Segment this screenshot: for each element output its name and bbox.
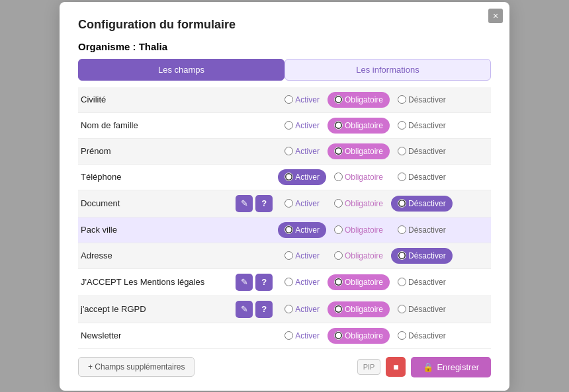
radio-group-cell: Activer Obligatoire Désactiver (275, 164, 491, 190)
radio-activer[interactable] (284, 173, 293, 181)
radio-activer[interactable] (284, 199, 293, 208)
table-row: Document ✎ ? Activer Obligatoire Désacti… (78, 190, 491, 217)
radio-desactiver[interactable] (398, 173, 406, 181)
radio-group: Activer Obligatoire Désactiver (278, 196, 488, 212)
radio-obligatoire-label[interactable]: Obligatoire (328, 118, 390, 134)
radio-obligatoire[interactable] (334, 305, 343, 313)
organism-label: Organisme : Thalia (78, 41, 491, 52)
radio-group-cell: Activer Obligatoire Désactiver (275, 323, 491, 348)
radio-obligatoire[interactable] (334, 251, 343, 260)
radio-desactiver-label[interactable]: Désactiver (391, 248, 453, 264)
radio-activer[interactable] (284, 278, 293, 286)
radio-desactiver[interactable] (398, 199, 406, 208)
edit-icon-button[interactable]: ✎ (236, 301, 253, 318)
radio-activer-label[interactable]: Activer (278, 169, 326, 185)
radio-desactiver-label[interactable]: Désactiver (391, 92, 453, 108)
field-icons: ✎ ? (233, 295, 275, 323)
radio-desactiver-label[interactable]: Désactiver (391, 222, 453, 238)
radio-desactiver-label[interactable]: Désactiver (391, 169, 453, 185)
radio-activer-label[interactable]: Activer (278, 92, 326, 108)
help-icon-button[interactable]: ? (255, 274, 273, 291)
radio-obligatoire[interactable] (334, 331, 343, 340)
radio-desactiver[interactable] (398, 305, 406, 313)
radio-obligatoire-label[interactable]: Obligatoire (328, 301, 390, 317)
field-icons (233, 217, 275, 243)
help-icon-button[interactable]: ? (255, 195, 273, 212)
radio-obligatoire[interactable] (334, 95, 343, 104)
add-fields-button[interactable]: + Champs supplémentaires (78, 357, 195, 377)
field-icons: ✎ ? (233, 190, 275, 217)
tab-champs[interactable]: Les champs (78, 59, 284, 81)
close-button[interactable]: × (488, 9, 503, 23)
field-icons (233, 323, 275, 348)
radio-desactiver[interactable] (398, 121, 406, 130)
edit-icon-button[interactable]: ✎ (236, 195, 253, 212)
modal-overlay: × Configuration du formulaire Organisme … (0, 0, 569, 392)
radio-activer[interactable] (284, 331, 293, 340)
save-button[interactable]: 🔒 Enregistrer (411, 357, 491, 377)
radio-desactiver-label[interactable]: Désactiver (391, 301, 453, 317)
radio-activer-label[interactable]: Activer (278, 301, 326, 317)
save-label: Enregistrer (437, 362, 479, 372)
radio-activer[interactable] (284, 251, 293, 260)
field-icons (233, 138, 275, 164)
radio-activer-label[interactable]: Activer (278, 274, 326, 290)
table-row: Adresse Activer Obligatoire Désactiver (78, 243, 491, 268)
radio-activer-label[interactable]: Activer (278, 222, 326, 238)
table-row: Nom de famille Activer Obligatoire Désac… (78, 112, 491, 138)
radio-activer-label[interactable]: Activer (278, 143, 326, 159)
radio-desactiver[interactable] (398, 95, 406, 104)
modal: × Configuration du formulaire Organisme … (60, 2, 509, 391)
edit-icon-button[interactable]: ✎ (236, 274, 253, 291)
table-row: Pack ville Activer Obligatoire Désactive… (78, 217, 491, 243)
radio-obligatoire-label[interactable]: Obligatoire (328, 143, 390, 159)
field-name: Pack ville (78, 217, 233, 243)
stop-icon: ■ (393, 362, 398, 372)
stop-button[interactable]: ■ (386, 357, 406, 377)
radio-desactiver[interactable] (398, 251, 406, 260)
radio-obligatoire[interactable] (334, 147, 343, 155)
table-row: Civilité Activer Obligatoire Désactiver (78, 87, 491, 113)
footer: + Champs supplémentaires PIP ■ 🔒 Enregis… (78, 357, 491, 377)
radio-obligatoire-label[interactable]: Obligatoire (328, 274, 390, 290)
radio-activer[interactable] (284, 121, 293, 130)
radio-obligatoire[interactable] (334, 199, 343, 208)
radio-desactiver[interactable] (398, 147, 406, 155)
radio-obligatoire[interactable] (334, 121, 343, 130)
radio-desactiver-label[interactable]: Désactiver (391, 328, 453, 344)
radio-obligatoire[interactable] (334, 225, 343, 234)
tab-informations[interactable]: Les informations (284, 59, 491, 81)
radio-activer[interactable] (284, 147, 293, 155)
radio-activer[interactable] (284, 305, 293, 313)
field-name: Civilité (78, 87, 233, 113)
field-icons (233, 112, 275, 138)
radio-desactiver-label[interactable]: Désactiver (391, 196, 453, 212)
radio-desactiver[interactable] (398, 225, 406, 234)
field-icons: ✎ ? (233, 268, 275, 295)
field-icons (233, 164, 275, 190)
radio-desactiver[interactable] (398, 278, 406, 286)
radio-obligatoire-label[interactable]: Obligatoire (328, 169, 390, 185)
radio-obligatoire-label[interactable]: Obligatoire (328, 196, 390, 212)
radio-obligatoire[interactable] (334, 173, 343, 181)
field-name: Téléphone (78, 164, 233, 190)
radio-activer-label[interactable]: Activer (278, 118, 326, 134)
radio-obligatoire-label[interactable]: Obligatoire (328, 222, 390, 238)
radio-obligatoire-label[interactable]: Obligatoire (328, 328, 390, 344)
radio-desactiver-label[interactable]: Désactiver (391, 118, 453, 134)
radio-group: Activer Obligatoire Désactiver (278, 118, 488, 134)
radio-activer[interactable] (284, 95, 293, 104)
fields-table: Civilité Activer Obligatoire Désactiver … (78, 87, 491, 349)
radio-activer-label[interactable]: Activer (278, 248, 326, 264)
radio-desactiver[interactable] (398, 331, 406, 340)
radio-obligatoire-label[interactable]: Obligatoire (328, 248, 390, 264)
pip-button[interactable]: PIP (357, 359, 381, 375)
radio-desactiver-label[interactable]: Désactiver (391, 143, 453, 159)
radio-activer-label[interactable]: Activer (278, 328, 326, 344)
radio-desactiver-label[interactable]: Désactiver (391, 274, 453, 290)
help-icon-button[interactable]: ? (255, 301, 273, 318)
radio-obligatoire-label[interactable]: Obligatoire (328, 92, 390, 108)
radio-activer[interactable] (284, 225, 293, 234)
radio-activer-label[interactable]: Activer (278, 196, 326, 212)
radio-obligatoire[interactable] (334, 278, 343, 286)
